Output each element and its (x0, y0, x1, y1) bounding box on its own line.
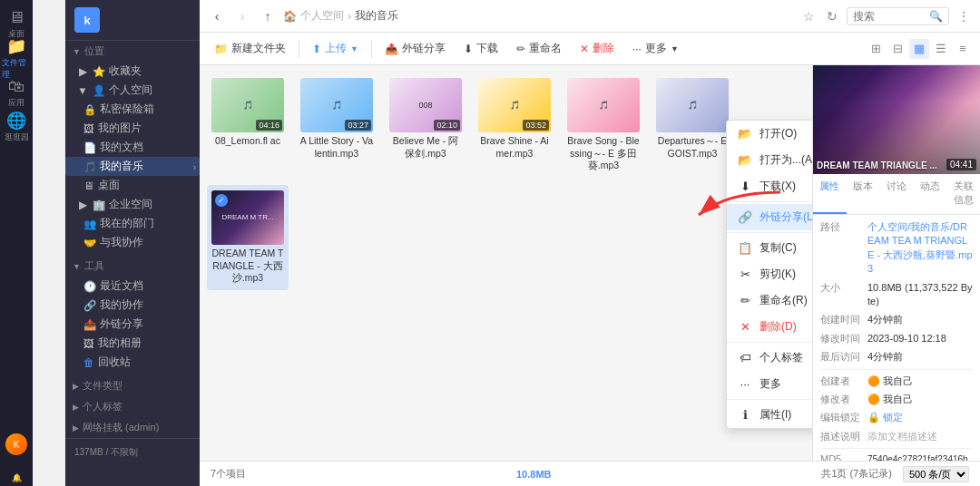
ctx-open-as[interactable]: 📂 打开为...(A) › (727, 147, 812, 173)
download-button[interactable]: ⬇ 下载 (456, 37, 505, 60)
forward-button[interactable]: › (232, 6, 252, 26)
dept-icon: 👥 (83, 218, 96, 230)
file-name: DREAM TEAM TRIANGLE - 大西沙.mp3 (211, 248, 285, 285)
back-button[interactable]: ‹ (207, 6, 227, 26)
ctx-more[interactable]: ··· 更多 › (727, 371, 812, 397)
view-detail-btn[interactable]: ☰ (931, 39, 951, 59)
ctx-open[interactable]: 📂 打开(O) Enter (727, 121, 812, 147)
section-network[interactable]: ▶ 网络挂载 (admin) (65, 417, 200, 438)
view-grid-btn[interactable]: ⊟ (887, 39, 907, 59)
nav-files[interactable]: 📁 文件管理 (2, 42, 31, 74)
info-creator-value: 🟠 我自己 (867, 374, 973, 388)
tab-activity[interactable]: 动态 (913, 174, 946, 214)
toolbar: 📁 新建文件夹 ⬆ 上传 ▼ 📤 外链分享 ⬇ 下载 ✏ 重命名 (200, 33, 980, 65)
nav-bell[interactable]: 🔔 (8, 470, 25, 486)
share-button[interactable]: 📤 外链分享 (377, 37, 453, 60)
sidebar-share[interactable]: 📤 外链分享 (65, 315, 200, 334)
file-item[interactable]: 🎵 03:27 A Little Story - Valentin.mp3 (296, 73, 377, 178)
ctx-divider-4 (727, 399, 812, 400)
sidebar-enterprise[interactable]: ▶ 🏢 企业空间 (65, 195, 200, 214)
up-button[interactable]: ↑ (258, 6, 278, 26)
cut-icon: ✂ (738, 267, 752, 282)
file-name: Brave Song - Blessing～- E 多田葵.mp3 (566, 135, 641, 172)
sidebar-desktop[interactable]: 🖥 桌面 (65, 176, 200, 195)
tab-properties[interactable]: 属性 (813, 174, 847, 214)
sidebar-personal-space[interactable]: ▼ 👤 个人空间 (65, 81, 200, 100)
upload-button[interactable]: ⬆ 上传 ▼ (305, 37, 366, 60)
sidebar-favorites[interactable]: ▶ ⭐ 收藏夹 (65, 62, 200, 81)
rename-ctx-icon: ✏ (738, 294, 752, 308)
share-icon: 📤 (83, 318, 96, 331)
file-thumbnail: 🎵 03:52 (478, 78, 551, 132)
refresh-button[interactable]: ↻ (823, 7, 841, 25)
ctx-download[interactable]: ⬇ 下载(X) Shift+Enter (727, 173, 812, 199)
nav-user[interactable]: K (2, 428, 31, 461)
nav-icons-column: 🖥 桌面 📁 文件管理 🛍 应用 🌐 逛逛园 K 🔔 (0, 0, 33, 486)
sidebar-recent[interactable]: 🕐 最近文档 (65, 277, 200, 296)
section-location[interactable]: ▼ 位置 (65, 41, 200, 62)
info-accessed-value: 4分钟前 (867, 350, 973, 364)
file-item[interactable]: 🎵 Departures～- EGOIST.mp3 (652, 73, 733, 178)
info-creator-row: 创建者 🟠 我自己 (820, 374, 973, 388)
expand2-icon: ▶ (76, 199, 89, 211)
sidebar-my-music[interactable]: 🎵 我的音乐 › (65, 157, 200, 176)
nav-shop[interactable]: 🛍 应用 (2, 76, 31, 109)
file-thumbnail: 🎵 03:27 (300, 78, 373, 132)
ctx-props[interactable]: ℹ 属性(I) Alt+I (727, 402, 812, 428)
section-tags[interactable]: ▶ 个人标签 (65, 396, 200, 417)
breadcrumb-music[interactable]: 我的音乐 (355, 8, 398, 24)
view-list-btn[interactable]: ⊞ (866, 39, 886, 59)
star-button[interactable]: ☆ (799, 7, 818, 25)
ctx-copy[interactable]: 📋 复制(C) Ctrl+C (727, 235, 812, 261)
file-item[interactable]: 008 02:10 Believe Me - 阿保剑.mp3 (385, 73, 466, 178)
section-tools[interactable]: ▼ 工具 (65, 256, 200, 277)
info-modified-value: 2023-09-10 12:18 (867, 332, 973, 345)
file-thumbnail: 🎵 (656, 78, 729, 132)
rename-button[interactable]: ✏ 重命名 (509, 37, 569, 60)
file-item[interactable]: 🎵 04:16 08_Lemon.fl ac (207, 73, 289, 178)
main-area: ‹ › ↑ 🏠 个人空间 › 我的音乐 ☆ ↻ 🔍 ⋮ 📁 (200, 0, 980, 486)
ctx-share[interactable]: 🔗 外链分享(L) (727, 204, 812, 230)
right-panel: 04:41 DREAM TEAM TRIANGLE ... 属性 版本 讨论 动… (812, 65, 980, 461)
file-item-selected[interactable]: DREAM M TR... ✓ DREAM TEAM TRIANGLE - 大西… (207, 185, 289, 290)
sidebar-album[interactable]: 🖼 我的相册 (65, 334, 200, 353)
nav-explore[interactable]: 🌐 逛逛园 (2, 111, 31, 143)
status-item-count: 7个项目 (211, 467, 246, 481)
more-button[interactable]: ⋮ (955, 7, 973, 25)
file-check-mark: ✓ (215, 194, 228, 207)
view-thumb-btn[interactable]: ▦ (909, 39, 929, 59)
sidebar-my-photos[interactable]: 🖼 我的图片 (65, 119, 200, 138)
file-item[interactable]: 🎵 03:52 Brave Shine - Aimer.mp3 (474, 73, 555, 178)
sidebar-my-docs[interactable]: 📄 我的文档 (65, 138, 200, 157)
ctx-delete[interactable]: ✕ 删除(D) Del (727, 314, 812, 340)
ctx-rename[interactable]: ✏ 重命名(R) F2 (727, 287, 812, 314)
section-filetypes[interactable]: ▶ 文件类型 (65, 375, 200, 396)
sidebar-my-collab[interactable]: 🔗 我的协作 (65, 296, 200, 315)
personal-icon: 👤 (93, 84, 105, 97)
share-icon: 📤 (385, 43, 398, 55)
info-md5-row: MD5 7540e4c27821faf23416ba570 ... (820, 453, 973, 461)
per-page-select[interactable]: 500 条/页 100 条/页 50 条/页 (903, 466, 969, 482)
view-toggle: ⊞ ⊟ ▦ ☰ ≡ (866, 39, 973, 59)
sidebar-collab[interactable]: 🤝 与我协作 (65, 233, 200, 252)
search-input[interactable] (853, 10, 926, 23)
info-desc-row: 描述说明 添加文档描述述 (820, 430, 973, 443)
delete-button[interactable]: ✕ 删除 (573, 37, 622, 60)
view-info-btn[interactable]: ≡ (953, 39, 973, 59)
tab-discuss[interactable]: 讨论 (880, 174, 914, 214)
ctx-cut[interactable]: ✂ 剪切(K) Ctrl+X (727, 261, 812, 287)
sidebar-my-dept[interactable]: 👥 我在的部门 (65, 214, 200, 233)
tab-related[interactable]: 关联信息 (946, 174, 980, 214)
album-icon: 🖼 (83, 338, 94, 349)
dl-icon: ⬇ (738, 180, 752, 194)
new-folder-button[interactable]: 📁 新建文件夹 (207, 37, 293, 60)
file-item[interactable]: 🎵 Brave Song - Blessing～- E 多田葵.mp3 (563, 73, 644, 178)
more-toolbar-button[interactable]: ··· 更多 ▼ (625, 37, 686, 60)
sidebar-trash[interactable]: 🗑 回收站 (65, 353, 200, 372)
search-icon[interactable]: 🔍 (929, 10, 943, 23)
more-icon: ··· (632, 43, 642, 55)
tab-versions[interactable]: 版本 (847, 174, 880, 214)
sidebar-private-safe[interactable]: 🔒 私密保险箱 (65, 100, 200, 119)
ctx-personal-tag[interactable]: 🏷 个人标签 › (727, 345, 812, 371)
breadcrumb-home[interactable]: 🏠 (283, 10, 297, 23)
